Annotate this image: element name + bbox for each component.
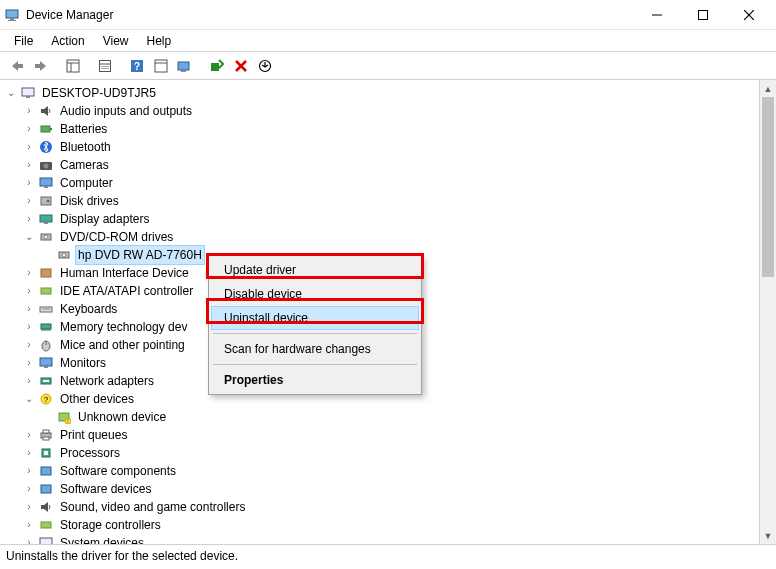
tree-item-label: Sound, video and game controllers bbox=[58, 498, 247, 516]
tree-item-label: Bluetooth bbox=[58, 138, 113, 156]
tree-item-label: Display adapters bbox=[58, 210, 151, 228]
svg-rect-55 bbox=[40, 358, 52, 366]
expand-icon[interactable]: › bbox=[22, 192, 36, 210]
svg-rect-7 bbox=[18, 64, 23, 68]
tree-item-cameras[interactable]: › Cameras bbox=[4, 156, 776, 174]
svg-rect-68 bbox=[44, 451, 48, 455]
battery-icon bbox=[38, 121, 54, 137]
tree-item-disk-drives[interactable]: › Disk drives bbox=[4, 192, 776, 210]
expand-icon[interactable]: › bbox=[22, 174, 36, 192]
svg-rect-8 bbox=[35, 64, 40, 68]
scroll-down-button[interactable]: ▼ bbox=[760, 527, 776, 544]
tree-root[interactable]: ⌄ DESKTOP-UD9TJR5 bbox=[4, 84, 776, 102]
scroll-thumb[interactable] bbox=[762, 97, 774, 277]
nav-forward-button[interactable] bbox=[30, 55, 52, 77]
tree-item-label: Software devices bbox=[58, 480, 153, 498]
expand-icon[interactable]: › bbox=[22, 156, 36, 174]
expand-icon[interactable]: › bbox=[22, 138, 36, 156]
tree-item-bluetooth[interactable]: › Bluetooth bbox=[4, 138, 776, 156]
update-driver-button[interactable] bbox=[254, 55, 276, 77]
collapse-icon[interactable]: ⌄ bbox=[22, 228, 36, 246]
svg-rect-22 bbox=[211, 63, 219, 71]
tree-item-label: Human Interface Device bbox=[58, 264, 191, 282]
svg-rect-47 bbox=[41, 324, 51, 329]
svg-rect-28 bbox=[41, 126, 50, 132]
device-tree-pane: ⌄ DESKTOP-UD9TJR5 › Audio inputs and out… bbox=[0, 80, 776, 545]
tree-item-audio[interactable]: › Audio inputs and outputs bbox=[4, 102, 776, 120]
cpu-icon bbox=[38, 445, 54, 461]
uninstall-device-button[interactable] bbox=[230, 55, 252, 77]
context-menu-scan-hardware[interactable]: Scan for hardware changes bbox=[211, 337, 419, 361]
expand-icon[interactable]: › bbox=[22, 120, 36, 138]
menu-action[interactable]: Action bbox=[43, 32, 92, 50]
vertical-scrollbar[interactable]: ▲ ▼ bbox=[759, 80, 776, 544]
menu-help[interactable]: Help bbox=[139, 32, 180, 50]
tree-item-label: Computer bbox=[58, 174, 115, 192]
expand-icon[interactable]: › bbox=[22, 210, 36, 228]
titlebar: Device Manager bbox=[0, 0, 776, 30]
tree-item-unknown-device[interactable]: ! Unknown device bbox=[4, 408, 776, 426]
expand-icon[interactable]: › bbox=[22, 300, 36, 318]
expand-icon[interactable]: › bbox=[22, 480, 36, 498]
expand-icon[interactable]: › bbox=[22, 534, 36, 545]
menu-view[interactable]: View bbox=[95, 32, 137, 50]
collapse-icon[interactable]: ⌄ bbox=[4, 84, 18, 102]
tree-item-storage-controllers[interactable]: › Storage controllers bbox=[4, 516, 776, 534]
expand-icon[interactable]: › bbox=[22, 354, 36, 372]
tree-item-dvd-cdrom[interactable]: ⌄ DVD/CD-ROM drives bbox=[4, 228, 776, 246]
action-button[interactable] bbox=[150, 55, 172, 77]
expand-icon[interactable]: › bbox=[22, 264, 36, 282]
context-menu-disable-device[interactable]: Disable device bbox=[211, 282, 419, 306]
tree-item-label: Batteries bbox=[58, 120, 109, 138]
storage-icon bbox=[38, 517, 54, 533]
help-button[interactable]: ? bbox=[126, 55, 148, 77]
optical-drive-icon bbox=[38, 229, 54, 245]
svg-rect-18 bbox=[155, 60, 167, 72]
tree-item-computer[interactable]: › Computer bbox=[4, 174, 776, 192]
collapse-icon[interactable]: ⌄ bbox=[22, 390, 36, 408]
camera-icon bbox=[38, 157, 54, 173]
minimize-button[interactable] bbox=[634, 0, 680, 30]
optical-drive-icon bbox=[56, 247, 72, 263]
svg-rect-58 bbox=[43, 380, 49, 382]
expand-icon[interactable]: › bbox=[22, 336, 36, 354]
context-menu-uninstall-device[interactable]: Uninstall device bbox=[211, 306, 419, 330]
tree-item-print-queues[interactable]: › Print queues bbox=[4, 426, 776, 444]
svg-rect-1 bbox=[10, 18, 14, 20]
expand-icon[interactable]: › bbox=[22, 318, 36, 336]
maximize-button[interactable] bbox=[680, 0, 726, 30]
scroll-track[interactable] bbox=[760, 97, 776, 527]
tree-item-software-components[interactable]: › Software components bbox=[4, 462, 776, 480]
expand-icon[interactable]: › bbox=[22, 462, 36, 480]
context-menu-properties[interactable]: Properties bbox=[211, 368, 419, 392]
context-menu-update-driver[interactable]: Update driver bbox=[211, 258, 419, 282]
close-button[interactable] bbox=[726, 0, 772, 30]
expand-icon[interactable]: › bbox=[22, 426, 36, 444]
expand-icon[interactable]: › bbox=[22, 444, 36, 462]
svg-rect-4 bbox=[699, 10, 708, 19]
expand-icon[interactable]: › bbox=[22, 498, 36, 516]
svg-rect-9 bbox=[67, 60, 79, 72]
tree-item-batteries[interactable]: › Batteries bbox=[4, 120, 776, 138]
nav-back-button[interactable] bbox=[6, 55, 28, 77]
tree-item-label: Processors bbox=[58, 444, 122, 462]
enable-device-button[interactable] bbox=[206, 55, 228, 77]
scan-hardware-button[interactable] bbox=[174, 55, 196, 77]
expand-icon[interactable]: › bbox=[22, 372, 36, 390]
tree-item-system-devices[interactable]: › System devices bbox=[4, 534, 776, 545]
tree-item-processors[interactable]: › Processors bbox=[4, 444, 776, 462]
expand-icon[interactable]: › bbox=[22, 516, 36, 534]
svg-rect-65 bbox=[43, 430, 49, 433]
scroll-up-button[interactable]: ▲ bbox=[760, 80, 776, 97]
properties-button[interactable] bbox=[94, 55, 116, 77]
tree-item-software-devices[interactable]: › Software devices bbox=[4, 480, 776, 498]
expand-icon[interactable]: › bbox=[22, 282, 36, 300]
menu-file[interactable]: File bbox=[6, 32, 41, 50]
computer-icon bbox=[20, 85, 36, 101]
speaker-icon bbox=[38, 499, 54, 515]
tree-item-display-adapters[interactable]: › Display adapters bbox=[4, 210, 776, 228]
tree-item-sound-video-game[interactable]: › Sound, video and game controllers bbox=[4, 498, 776, 516]
expand-icon[interactable]: › bbox=[22, 102, 36, 120]
show-hide-tree-button[interactable] bbox=[62, 55, 84, 77]
software-icon bbox=[38, 463, 54, 479]
